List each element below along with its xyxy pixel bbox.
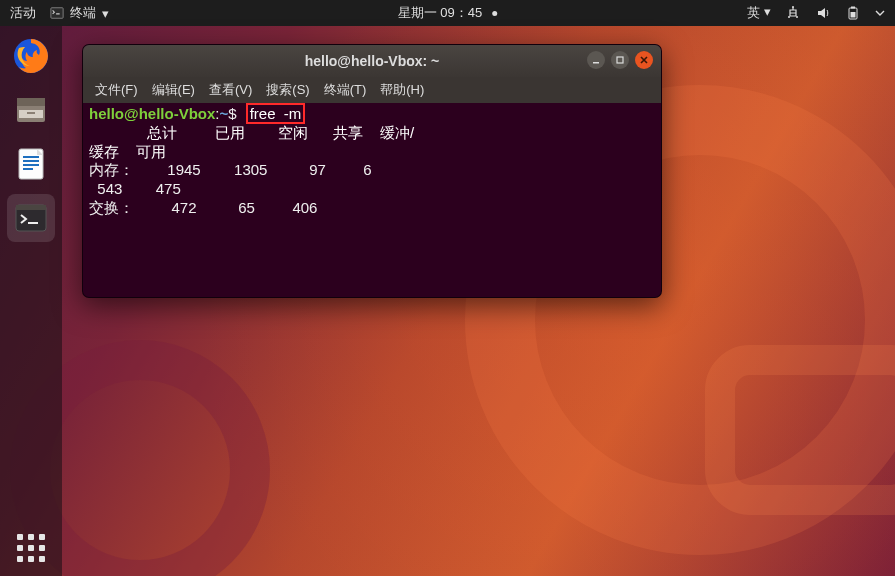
app-menu-label: 终端	[70, 4, 96, 22]
svg-rect-2	[720, 360, 895, 500]
svg-rect-22	[28, 222, 38, 224]
libreoffice-writer-icon	[11, 144, 51, 184]
dock-item-writer[interactable]	[7, 140, 55, 188]
clock[interactable]: 星期一 09：45	[398, 4, 498, 22]
svg-rect-24	[617, 57, 623, 63]
dock-item-terminal[interactable]	[7, 194, 55, 242]
dock-item-firefox[interactable]	[7, 32, 55, 80]
window-title: hello@hello-Vbox: ~	[305, 53, 440, 69]
close-icon	[639, 55, 649, 65]
chevron-down-icon: ▾	[764, 4, 771, 22]
dock-item-files[interactable]	[7, 86, 55, 134]
ime-label: 英	[747, 4, 760, 22]
terminal-small-icon	[50, 6, 64, 20]
svg-rect-8	[851, 7, 855, 9]
terminal-window: hello@hello-Vbox: ~ 文件(F) 编辑(E) 查看(V) 搜索…	[82, 44, 662, 298]
svg-rect-23	[593, 62, 599, 64]
terminal-body[interactable]: hello@hello-Vbox:~$ free -m 总计 已用 空闲 共享 …	[83, 103, 661, 220]
chevron-down-icon: ▾	[102, 6, 109, 21]
svg-rect-18	[23, 164, 39, 166]
prompt-path: ~	[219, 105, 228, 122]
network-icon[interactable]	[785, 5, 801, 21]
svg-rect-14	[27, 112, 35, 114]
window-titlebar[interactable]: hello@hello-Vbox: ~	[83, 45, 661, 77]
dock	[0, 26, 62, 576]
svg-rect-9	[851, 12, 856, 18]
svg-rect-21	[16, 205, 46, 210]
svg-rect-17	[23, 160, 39, 162]
notification-dot-icon	[492, 11, 497, 16]
menu-view[interactable]: 查看(V)	[209, 81, 252, 99]
battery-icon[interactable]	[845, 5, 861, 21]
minimize-icon	[591, 55, 601, 65]
clock-label: 星期一 09：45	[398, 4, 483, 22]
menu-help[interactable]: 帮助(H)	[380, 81, 424, 99]
svg-rect-3	[51, 8, 63, 19]
firefox-icon	[11, 36, 51, 76]
svg-point-4	[792, 6, 794, 8]
svg-rect-16	[23, 156, 39, 158]
maximize-icon	[615, 55, 625, 65]
terminal-icon	[11, 198, 51, 238]
svg-rect-19	[23, 168, 33, 170]
free-header-row: 总计 已用 空闲 共享 缓冲/ 缓存 可用	[89, 124, 414, 160]
window-minimize-button[interactable]	[587, 51, 605, 69]
free-swap-row: 交换： 472 65 406	[89, 199, 317, 216]
dock-apps-button[interactable]	[0, 534, 62, 562]
window-menubar: 文件(F) 编辑(E) 查看(V) 搜索(S) 终端(T) 帮助(H)	[83, 77, 661, 103]
top-bar: 活动 终端 ▾ 星期一 09：45 英 ▾	[0, 0, 895, 26]
menu-edit[interactable]: 编辑(E)	[152, 81, 195, 99]
svg-point-5	[788, 16, 790, 18]
files-icon	[11, 90, 51, 130]
prompt-symbol: $	[228, 105, 236, 122]
free-mem-row: 内存： 1945 1305 97 6 543 475	[89, 161, 372, 197]
svg-point-6	[796, 16, 798, 18]
svg-rect-12	[17, 98, 45, 106]
menu-search[interactable]: 搜索(S)	[266, 81, 309, 99]
volume-icon[interactable]	[815, 5, 831, 21]
svg-point-1	[30, 360, 250, 576]
prompt-user: hello@hello-Vbox	[89, 105, 215, 122]
window-close-button[interactable]	[635, 51, 653, 69]
apps-grid-icon	[17, 534, 45, 562]
chevron-down-icon[interactable]	[875, 8, 885, 18]
ime-indicator[interactable]: 英 ▾	[747, 4, 771, 22]
command-highlight: free -m	[246, 103, 306, 124]
menu-file[interactable]: 文件(F)	[95, 81, 138, 99]
menu-terminal[interactable]: 终端(T)	[324, 81, 367, 99]
activities-button[interactable]: 活动	[10, 4, 36, 22]
app-menu[interactable]: 终端 ▾	[50, 4, 109, 22]
window-maximize-button[interactable]	[611, 51, 629, 69]
